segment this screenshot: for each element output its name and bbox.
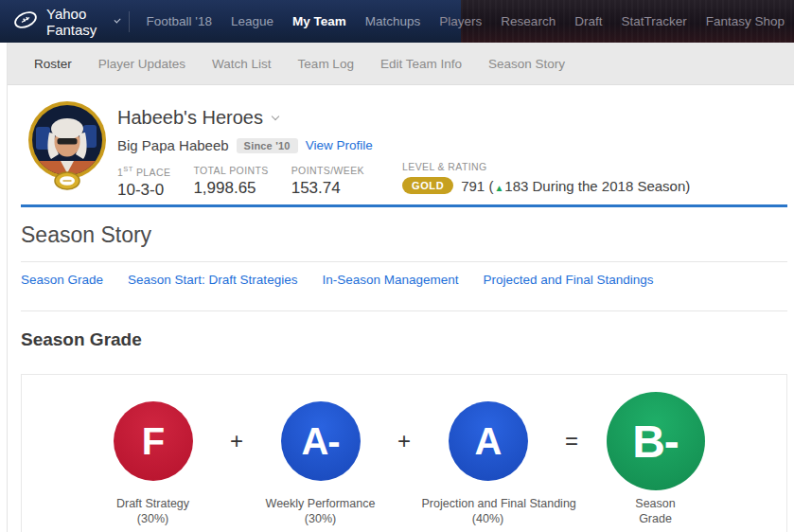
subnav-item-season-story[interactable]: Season Story bbox=[475, 43, 578, 85]
team-avatar bbox=[26, 100, 108, 191]
link-projected-final-standings[interactable]: Projected and Final Standings bbox=[484, 273, 654, 287]
level-rating-row: GOLD 791 (▲183 During the 2018 Season) bbox=[402, 177, 690, 194]
top-nav-items: Football '18 League My Team Matchups Pla… bbox=[137, 0, 794, 43]
divider bbox=[21, 310, 787, 311]
team-stats: 1ST PLACE 10-3-0 TOTAL POINTS 1,998.65 P… bbox=[117, 165, 373, 200]
link-season-grade[interactable]: Season Grade bbox=[21, 273, 103, 287]
level-badge: GOLD bbox=[402, 177, 453, 194]
stat-place-label: 1ST PLACE bbox=[117, 165, 170, 178]
team-info: Habeeb's Heroes Big Papa Habeeb Since '1… bbox=[117, 107, 373, 200]
nav-item-matchups[interactable]: Matchups bbox=[356, 0, 431, 43]
season-story-title: Season Story bbox=[21, 222, 794, 248]
manager-row: Big Papa Habeeb Since '10 View Profile bbox=[117, 137, 373, 153]
stat-total-points: TOTAL POINTS 1,998.65 bbox=[193, 165, 268, 200]
blue-divider bbox=[21, 204, 787, 207]
grade-component-draft-strategy: F Draft Strategy(30%) bbox=[87, 392, 220, 526]
level-rating-label: LEVEL & RATING bbox=[402, 161, 690, 172]
football-icon bbox=[13, 10, 38, 33]
brand-name: Yahoo Fantasy bbox=[46, 6, 107, 38]
grade-component-label: Draft Strategy(30%) bbox=[87, 496, 220, 526]
view-profile-link[interactable]: View Profile bbox=[306, 138, 373, 152]
grade-result-label: SeasonGrade bbox=[590, 496, 722, 526]
equals-operator: = bbox=[555, 392, 590, 490]
season-story-links: Season Grade Season Start: Draft Strateg… bbox=[8, 262, 794, 297]
subnav-item-watch-list[interactable]: Watch List bbox=[199, 43, 285, 85]
subnav-item-edit-team-info[interactable]: Edit Team Info bbox=[367, 43, 475, 85]
team-sub-nav: Roster Player Updates Watch List Team Lo… bbox=[8, 43, 794, 85]
subnav-item-player-updates[interactable]: Player Updates bbox=[85, 43, 199, 85]
stat-place: 1ST PLACE 10-3-0 bbox=[117, 165, 170, 200]
nav-item-players[interactable]: Players bbox=[430, 0, 491, 43]
nav-item-fantasy-shop[interactable]: Fantasy Shop bbox=[697, 0, 794, 43]
subnav-item-roster[interactable]: Roster bbox=[21, 43, 85, 85]
stat-total-points-label: TOTAL POINTS bbox=[193, 165, 268, 176]
nav-item-football-18[interactable]: Football '18 bbox=[137, 0, 221, 43]
link-draft-strategies[interactable]: Season Start: Draft Strategies bbox=[128, 273, 297, 287]
team-name-dropdown[interactable]: Habeeb's Heroes bbox=[117, 107, 373, 129]
grade-equation: F Draft Strategy(30%) + A- Weekly Perfor… bbox=[22, 392, 786, 526]
plus-operator: + bbox=[220, 392, 255, 490]
grade-result-season-grade: B- SeasonGrade bbox=[590, 392, 722, 526]
grade-component-label: Projection and Final Standing(40%) bbox=[422, 496, 555, 526]
grade-component-weekly-performance: A- Weekly Performance(30%) bbox=[255, 392, 387, 526]
season-grade-card: F Draft Strategy(30%) + A- Weekly Perfor… bbox=[21, 374, 787, 532]
nav-item-my-team[interactable]: My Team bbox=[283, 0, 356, 43]
chevron-down-icon bbox=[272, 113, 279, 120]
stat-place-value: 10-3-0 bbox=[117, 181, 170, 200]
triangle-up-icon: ▲ bbox=[494, 183, 503, 193]
rating-value: 791 (▲183 During the 2018 Season) bbox=[461, 178, 690, 194]
stat-points-week: POINTS/WEEK 153.74 bbox=[291, 165, 364, 200]
grade-circle-f: F bbox=[114, 401, 193, 481]
grade-circle-b-minus: B- bbox=[607, 392, 705, 490]
nav-item-draft[interactable]: Draft bbox=[565, 0, 611, 43]
team-header: Habeeb's Heroes Big Papa Habeeb Since '1… bbox=[8, 85, 794, 204]
nav-item-research[interactable]: Research bbox=[491, 0, 565, 43]
grade-circle-a-minus: A- bbox=[281, 401, 361, 481]
chevron-down-icon bbox=[114, 16, 120, 23]
stat-points-week-value: 153.74 bbox=[291, 179, 364, 198]
grade-component-projection-final-standing: A Projection and Final Standing(40%) bbox=[422, 392, 555, 526]
brand-menu[interactable]: Yahoo Fantasy bbox=[0, 6, 129, 38]
grade-component-label: Weekly Performance(30%) bbox=[255, 496, 387, 526]
since-badge: Since '10 bbox=[237, 138, 298, 153]
level-rating-block: LEVEL & RATING GOLD 791 (▲183 During the… bbox=[402, 161, 690, 194]
link-in-season-management[interactable]: In-Season Management bbox=[322, 273, 458, 287]
stat-total-points-value: 1,998.65 bbox=[193, 179, 268, 198]
subnav-item-team-log[interactable]: Team Log bbox=[285, 43, 367, 85]
team-name: Habeeb's Heroes bbox=[117, 107, 263, 129]
nav-item-stattracker[interactable]: StatTracker bbox=[611, 0, 696, 43]
season-grade-title: Season Grade bbox=[21, 329, 794, 350]
page-container: Roster Player Updates Watch List Team Lo… bbox=[7, 43, 794, 532]
nav-item-league[interactable]: League bbox=[221, 0, 283, 43]
manager-name: Big Papa Habeeb bbox=[117, 137, 229, 153]
plus-operator: + bbox=[387, 392, 422, 490]
stat-points-week-label: POINTS/WEEK bbox=[291, 165, 364, 176]
nav-separator bbox=[129, 11, 130, 32]
grade-circle-a: A bbox=[449, 401, 528, 481]
top-nav: Yahoo Fantasy Football '18 League My Tea… bbox=[0, 0, 794, 43]
